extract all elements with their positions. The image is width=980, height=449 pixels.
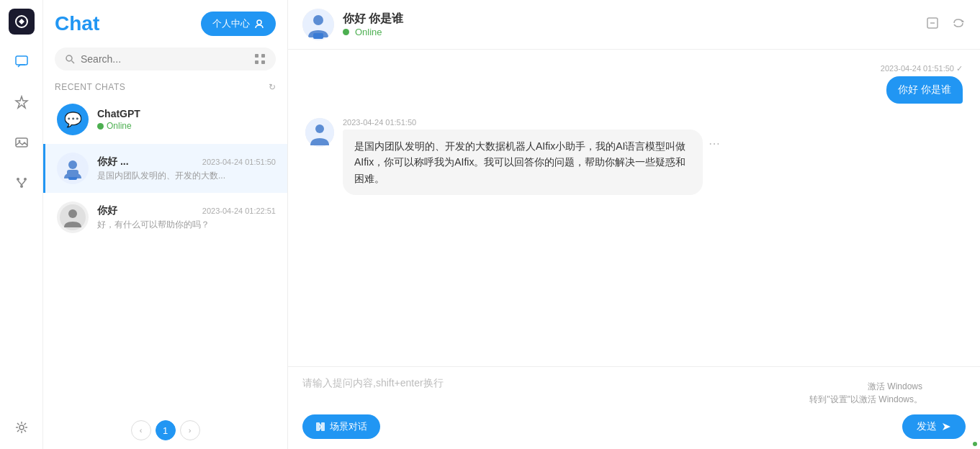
pagination: ‹ 1 › — [43, 412, 287, 449]
logo-icon[interactable] — [9, 9, 35, 35]
search-icon — [65, 54, 75, 64]
refresh-icon[interactable]: ↻ — [269, 82, 277, 92]
msg-in-time: 2023-04-24 01:51:50 — [343, 118, 963, 127]
svg-rect-3 — [16, 138, 27, 147]
chat-status-chatgpt: Online — [97, 121, 276, 131]
search-bar — [55, 47, 276, 71]
msg-out-bubble: 你好 你是谁 — [886, 76, 963, 104]
chat-main: 你好 你是谁 Online 2023-04-24 01:51:50 ✓ 你好 你… — [288, 0, 980, 449]
svg-rect-14 — [255, 60, 259, 64]
svg-rect-30 — [316, 422, 320, 431]
page-prev-button[interactable]: ‹ — [131, 420, 151, 440]
svg-point-17 — [68, 160, 77, 169]
chat-time-nihao: 2023-04-24 01:22:51 — [202, 207, 276, 215]
svg-point-5 — [17, 178, 19, 181]
app-title: Chat — [55, 12, 99, 35]
scene-button[interactable]: 场景对话 — [302, 414, 380, 439]
nav-chat-icon[interactable] — [9, 49, 35, 75]
svg-point-23 — [313, 15, 323, 25]
chat-item-chatgpt[interactable]: 💬 ChatGPT Online — [43, 95, 287, 144]
send-button[interactable]: 发送 — [902, 414, 966, 439]
nav-branch-icon[interactable] — [9, 170, 35, 196]
chat-time-nihao-shei: 2023-04-24 01:51:50 — [202, 158, 276, 166]
svg-marker-32 — [943, 423, 950, 430]
svg-point-21 — [68, 209, 77, 218]
chat-list-header: Chat 个人中心 — [43, 0, 287, 42]
avatar-nihao — [57, 201, 89, 233]
send-button-label: 发送 — [917, 420, 937, 433]
chat-list-panel: Chat 个人中心 RECENT CHATS ↻ 💬 ChatGPT — [43, 0, 288, 449]
svg-point-6 — [24, 178, 27, 181]
svg-rect-13 — [261, 54, 265, 58]
svg-rect-15 — [261, 60, 265, 64]
msg-out-time: 2023-04-24 01:51:50 ✓ — [881, 64, 963, 73]
nav-star-icon[interactable] — [9, 89, 35, 115]
chat-header-actions — [925, 16, 966, 34]
messages-area: 2023-04-24 01:51:50 ✓ 你好 你是谁 2023-04-24 … — [288, 50, 980, 366]
personal-center-label: 个人中心 — [212, 17, 250, 30]
svg-rect-24 — [313, 33, 323, 39]
svg-point-7 — [20, 185, 23, 188]
svg-marker-2 — [16, 96, 27, 108]
chat-preview-nihao: 好，有什么可以帮助你的吗？ — [97, 219, 276, 231]
chat-name-chatgpt: ChatGPT — [97, 108, 140, 119]
chat-item-nihao[interactable]: 你好 2023-04-24 01:22:51 好，有什么可以帮助你的吗？ — [43, 193, 287, 242]
grid-icon[interactable] — [254, 53, 266, 65]
chat-name-nihao-shei: 你好 ... — [97, 155, 129, 168]
svg-point-8 — [19, 425, 24, 430]
chat-preview-nihao-shei: 是国内团队发明的、开发的大数... — [97, 170, 276, 182]
refresh-chat-icon[interactable] — [951, 16, 966, 34]
chat-header-avatar — [302, 9, 334, 40]
chat-header-name: 你好 你是谁 — [343, 12, 403, 27]
chat-items: 💬 ChatGPT Online — [43, 95, 287, 412]
chat-name-nihao: 你好 — [97, 204, 117, 217]
page-1-button[interactable]: 1 — [156, 420, 176, 440]
scene-button-label: 场景对话 — [330, 420, 367, 433]
chat-input-area: 场景对话 发送 — [288, 366, 980, 449]
recent-chats-label: RECENT CHATS ↻ — [43, 76, 287, 95]
sidebar-nav — [0, 0, 43, 449]
personal-center-button[interactable]: 个人中心 — [201, 12, 276, 36]
minimize-icon[interactable] — [925, 16, 940, 34]
chat-input-footer: 场景对话 发送 — [302, 414, 966, 439]
svg-point-29 — [315, 124, 324, 133]
avatar-chatgpt: 💬 — [57, 104, 89, 135]
svg-point-9 — [257, 20, 261, 24]
svg-line-11 — [72, 61, 75, 64]
msg-in-avatar — [305, 118, 334, 147]
chat-header: 你好 你是谁 Online — [288, 0, 980, 50]
avatar-nihao-shei — [57, 153, 89, 184]
svg-rect-19 — [67, 170, 78, 177]
chat-header-status: Online — [343, 27, 403, 37]
svg-rect-1 — [16, 56, 27, 65]
search-input[interactable] — [81, 53, 196, 65]
svg-rect-12 — [255, 54, 259, 58]
svg-point-4 — [18, 140, 20, 142]
page-next-button[interactable]: › — [180, 420, 200, 440]
chat-item-nihao-shei[interactable]: 你好 ... 2023-04-24 01:51:50 是国内团队发明的、开发的大… — [43, 144, 287, 193]
message-in-1: 2023-04-24 01:51:50 是国内团队发明的、开发的大数据机器人AI… — [305, 118, 963, 195]
nav-image-icon[interactable] — [9, 130, 35, 155]
message-out-1: 2023-04-24 01:51:50 ✓ 你好 你是谁 — [305, 64, 963, 104]
svg-point-10 — [66, 55, 72, 61]
msg-more-icon[interactable]: ⋯ — [709, 137, 720, 150]
msg-in-bubble: 是国内团队发明的、开发的大数据机器人AIfix小助手，我的AI语言模型叫做AIf… — [343, 130, 703, 195]
nav-settings-icon[interactable] — [9, 414, 35, 440]
chat-input[interactable] — [302, 377, 966, 406]
